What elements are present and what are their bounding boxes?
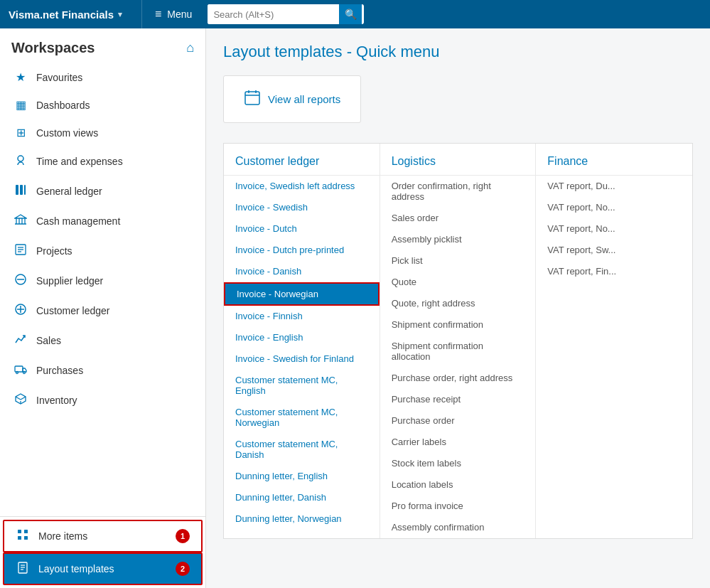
- sidebar-item-cash-management[interactable]: Cash management: [0, 206, 205, 236]
- template-item[interactable]: Stock item labels: [380, 453, 536, 474]
- template-item[interactable]: Shipment confirmation: [380, 314, 536, 336]
- template-item[interactable]: Shipment confirmation allocation: [380, 336, 536, 368]
- sidebar-bottom: More items 1 Layout templates 2: [0, 516, 205, 588]
- brand-logo[interactable]: Visma.net Financials ▾: [0, 0, 142, 28]
- home-icon[interactable]: ⌂: [186, 41, 194, 55]
- customer-ledger-column: Customer ledger Invoice, Swedish left ad…: [224, 144, 380, 538]
- template-item[interactable]: Invoice - Dutch: [224, 218, 380, 240]
- truck-icon: [14, 363, 28, 378]
- template-item[interactable]: Pick list: [380, 250, 536, 272]
- sidebar-item-layout-templates[interactable]: Layout templates 2: [3, 552, 203, 585]
- svg-point-15: [23, 372, 26, 374]
- template-item[interactable]: VAT report, No...: [536, 218, 692, 240]
- sidebar-item-customer-ledger[interactable]: Customer ledger: [0, 296, 205, 326]
- sidebar-item-label: Layout templates: [38, 563, 114, 574]
- template-item[interactable]: Invoice - Finnish: [224, 306, 380, 327]
- template-item[interactable]: Customer statement MC, Norwegian: [224, 402, 380, 434]
- sidebar-item-label: Supplier ledger: [36, 275, 103, 287]
- svg-rect-3: [24, 185, 26, 195]
- sidebar-item-sales[interactable]: Sales: [0, 326, 205, 356]
- search-bar: 🔍: [208, 4, 364, 24]
- template-item[interactable]: Invoice - Dutch pre-printed: [224, 240, 380, 261]
- sidebar-header: Workspaces ⌂: [0, 28, 205, 63]
- template-item-selected[interactable]: Invoice - Norwegian: [224, 282, 380, 306]
- custom-views-icon: ⊞: [14, 126, 28, 139]
- template-item[interactable]: VAT report, Fin...: [536, 261, 692, 282]
- page-title: Layout templates - Quick menu: [223, 43, 693, 61]
- sidebar-item-supplier-ledger[interactable]: Supplier ledger: [0, 266, 205, 296]
- template-item[interactable]: Customer statement MC, Danish: [224, 434, 380, 466]
- sidebar-item-label: Sales: [36, 335, 61, 346]
- sidebar-item-label: Favourites: [36, 72, 82, 83]
- template-item[interactable]: Invoice - Danish: [224, 261, 380, 282]
- brand-label: Visma.net Financials: [9, 9, 114, 21]
- sidebar-nav: ★ Favourites ▦ Dashboards ⊞ Custom views…: [0, 63, 205, 516]
- app-container: Workspaces ⌂ ★ Favourites ▦ Dashboards ⊞…: [0, 28, 710, 588]
- svg-rect-27: [245, 92, 259, 105]
- sidebar-item-purchases[interactable]: Purchases: [0, 356, 205, 385]
- workspaces-title: Workspaces: [11, 40, 95, 56]
- sidebar-item-label: Customer ledger: [36, 305, 110, 316]
- main-inner: Layout templates - Quick menu View all r…: [206, 28, 710, 553]
- template-item[interactable]: VAT report, No...: [536, 197, 692, 218]
- sidebar-item-general-ledger[interactable]: General ledger: [0, 176, 205, 206]
- template-item[interactable]: Pro forma invoice: [380, 496, 536, 517]
- svg-rect-2: [20, 185, 23, 195]
- svg-point-0: [18, 156, 23, 161]
- sidebar-item-projects[interactable]: Projects: [0, 236, 205, 266]
- view-all-reports-label: View all reports: [268, 93, 340, 105]
- template-item[interactable]: Purchase order: [380, 410, 536, 432]
- menu-label: Menu: [167, 9, 192, 20]
- template-item[interactable]: Customer statement MC, English: [224, 370, 380, 402]
- template-item[interactable]: Order confirmation, right address: [380, 176, 536, 208]
- main-content: Layout templates - Quick menu View all r…: [206, 28, 710, 588]
- sidebar: Workspaces ⌂ ★ Favourites ▦ Dashboards ⊞…: [0, 28, 206, 588]
- sidebar-item-favourites[interactable]: ★ Favourites: [0, 63, 205, 91]
- template-item[interactable]: VAT report, Sw...: [536, 240, 692, 261]
- logistics-heading: Logistics: [380, 144, 536, 176]
- sidebar-item-label: Time and expenses: [36, 156, 123, 167]
- template-item[interactable]: Purchase receipt: [380, 389, 536, 410]
- sidebar-item-time-expenses[interactable]: Time and expenses: [0, 146, 205, 176]
- template-item[interactable]: Quote, right address: [380, 293, 536, 314]
- svg-point-14: [16, 372, 18, 374]
- template-item[interactable]: Invoice - Swedish: [224, 197, 380, 218]
- menu-button[interactable]: ≡ Menu: [142, 0, 205, 28]
- view-all-reports-card[interactable]: View all reports: [223, 75, 361, 123]
- svg-rect-20: [24, 530, 28, 533]
- template-item[interactable]: Purchase order, right address: [380, 368, 536, 389]
- ledger-icon: [14, 183, 28, 199]
- template-item[interactable]: Quote: [380, 272, 536, 293]
- search-input[interactable]: [208, 4, 339, 24]
- template-item[interactable]: Dunning letter, English: [224, 466, 380, 487]
- finance-column: Finance VAT report, Du... VAT report, No…: [536, 144, 692, 538]
- template-item[interactable]: Invoice - English: [224, 327, 380, 348]
- sidebar-item-label: Purchases: [36, 365, 83, 376]
- svg-line-17: [16, 397, 21, 400]
- template-item[interactable]: Assembly picklist: [380, 229, 536, 250]
- brand-chevron-icon: ▾: [118, 10, 122, 19]
- template-item[interactable]: Dunning letter, Norwegian: [224, 508, 380, 530]
- template-item[interactable]: Dunning letter, Danish: [224, 487, 380, 508]
- template-item[interactable]: Invoice - Swedish for Finland: [224, 348, 380, 370]
- customer-icon: [14, 303, 28, 319]
- layout-templates-icon: [16, 561, 30, 577]
- more-items-badge: 1: [176, 529, 190, 543]
- template-item[interactable]: Carrier labels: [380, 432, 536, 453]
- search-icon: 🔍: [345, 9, 357, 20]
- search-button[interactable]: 🔍: [339, 4, 362, 24]
- projects-icon: [14, 243, 28, 259]
- sidebar-item-dashboards[interactable]: ▦ Dashboards: [0, 91, 205, 119]
- sidebar-item-label: Cash management: [36, 215, 120, 227]
- template-item[interactable]: Sales order: [380, 208, 536, 229]
- sidebar-item-inventory[interactable]: Inventory: [0, 385, 205, 415]
- calendar-icon: [244, 89, 261, 109]
- sidebar-item-more-items[interactable]: More items 1: [3, 520, 203, 552]
- template-item[interactable]: Assembly confirmation: [380, 517, 536, 538]
- template-item[interactable]: Location labels: [380, 474, 536, 496]
- sidebar-item-custom-views[interactable]: ⊞ Custom views: [0, 119, 205, 146]
- sidebar-item-label: Custom views: [36, 127, 98, 139]
- template-item[interactable]: Invoice, Swedish left address: [224, 176, 380, 197]
- template-item[interactable]: VAT report, Du...: [536, 176, 692, 197]
- sidebar-item-label: General ledger: [36, 186, 102, 197]
